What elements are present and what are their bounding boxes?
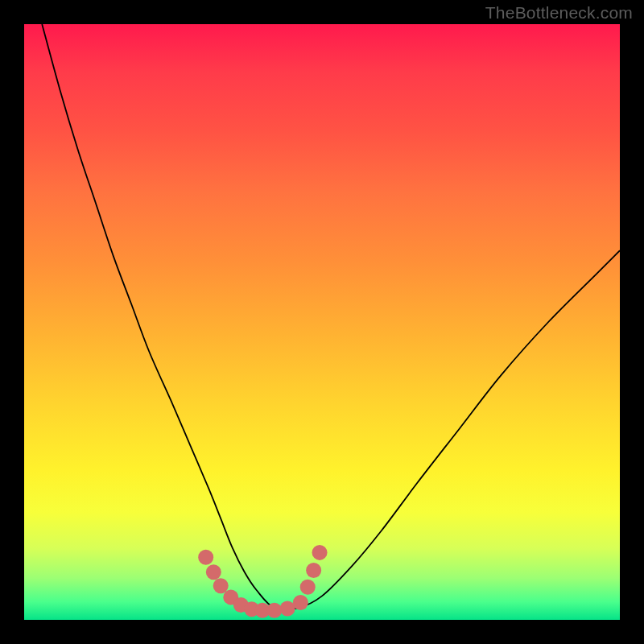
highlight-dot bbox=[300, 580, 316, 595]
highlight-dot bbox=[206, 564, 221, 580]
highlight-dot bbox=[312, 545, 328, 560]
highlight-dot bbox=[198, 550, 213, 565]
chart-frame: TheBottleneck.com bbox=[0, 0, 644, 644]
highlight-dot bbox=[280, 601, 295, 616]
watermark-text: TheBottleneck.com bbox=[485, 3, 633, 23]
plot-area bbox=[24, 24, 620, 620]
highlight-dots bbox=[198, 545, 327, 618]
bottleneck-curve bbox=[42, 24, 620, 610]
curve-layer bbox=[24, 24, 620, 620]
highlight-dot bbox=[293, 595, 308, 610]
highlight-dot bbox=[306, 563, 321, 578]
highlight-dot bbox=[266, 603, 282, 618]
